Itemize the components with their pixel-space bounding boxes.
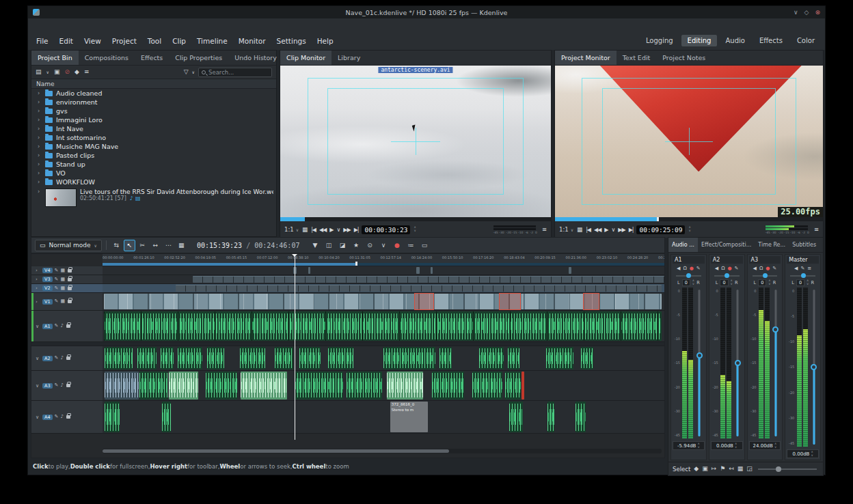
subtitles-button[interactable]: ▭: [418, 240, 430, 251]
save-icon[interactable]: ▣: [702, 466, 708, 472]
lock-icon[interactable]: [66, 415, 70, 419]
volume-slider[interactable]: [771, 288, 780, 438]
timeline-clip[interactable]: [509, 402, 523, 432]
tab-library[interactable]: Library: [331, 51, 366, 65]
timeline-clip[interactable]: [137, 347, 157, 369]
composite-icon[interactable]: ▦: [60, 299, 65, 304]
balance-value[interactable]: 0: [682, 279, 690, 286]
close-button[interactable]: ⊗: [815, 9, 820, 16]
track-header-v4[interactable]: ›V4✎▦: [31, 266, 103, 275]
track-header-a1[interactable]: ∨A1✎♪: [31, 311, 103, 342]
expand-icon[interactable]: ›: [38, 108, 42, 114]
track-effects-icon[interactable]: ✎: [55, 415, 59, 419]
timeline-clip[interactable]: [104, 294, 661, 309]
timeline-clip[interactable]: [105, 402, 119, 432]
timeline-clip[interactable]: [295, 372, 343, 400]
timeline-clip[interactable]: [505, 372, 521, 400]
workspace-editing[interactable]: Editing: [681, 35, 718, 46]
volume-slider-handle[interactable]: [811, 364, 817, 370]
filter-arrow-icon[interactable]: ∨: [192, 70, 195, 74]
pan-knob[interactable]: [676, 272, 701, 279]
timeline-clip[interactable]: [105, 372, 138, 400]
tab-project-notes[interactable]: Project Notes: [656, 51, 712, 65]
lock-icon[interactable]: [68, 287, 72, 290]
volume-slider[interactable]: [809, 288, 818, 447]
bin-folder-gvs[interactable]: ›gvs: [31, 107, 276, 115]
timeline-clip[interactable]: [387, 372, 423, 400]
record-arm-icon[interactable]: ●: [766, 266, 770, 271]
select-tool[interactable]: ↖: [124, 240, 135, 251]
zone-in-icon[interactable]: ↦: [712, 466, 717, 472]
menu-view[interactable]: View: [79, 36, 107, 46]
bin-folder-int-nave[interactable]: ›Int Nave: [31, 124, 276, 133]
expand-icon[interactable]: ›: [38, 152, 42, 158]
track-effects-icon[interactable]: ✎: [55, 277, 59, 282]
timeline-clip[interactable]: [206, 372, 237, 400]
timeline-clip[interactable]: [547, 402, 554, 432]
track-header-v1[interactable]: ›V1✎▦: [31, 293, 103, 311]
forward-button[interactable]: ▶▶: [343, 227, 350, 233]
track-lane-a4[interactable]: 372_8616_0Stereo to m: [103, 401, 664, 434]
timeline-clip[interactable]: [416, 267, 420, 274]
record-arm-icon[interactable]: ●: [690, 266, 694, 271]
timeline-clip[interactable]: [472, 372, 502, 400]
track-lane-v2[interactable]: [103, 284, 664, 293]
filter-icon[interactable]: ▽: [184, 69, 189, 75]
timeline-clip[interactable]: [176, 285, 662, 292]
track-header-v3[interactable]: ›V3✎▦: [31, 275, 103, 284]
track-header-a2[interactable]: ∨A2✎♪: [31, 346, 103, 371]
tab-project-monitor[interactable]: Project Monitor: [555, 51, 617, 65]
bin-folder-pasted-clips[interactable]: ›Pasted clips: [31, 151, 276, 160]
channel-effects-icon[interactable]: ✎: [696, 266, 701, 271]
timeline-clip[interactable]: [275, 347, 294, 369]
track-effects-icon[interactable]: ✎: [55, 383, 59, 388]
workspace-color[interactable]: Color: [791, 35, 821, 46]
menu-edit[interactable]: Edit: [54, 36, 79, 46]
pan-knob[interactable]: [790, 272, 815, 279]
volume-slider-handle[interactable]: [696, 352, 703, 359]
menu-project[interactable]: Project: [107, 36, 142, 46]
view-mode-icon[interactable]: ▤: [36, 69, 42, 75]
volume-slider[interactable]: [695, 288, 704, 438]
track-effects-icon[interactable]: ✎: [55, 356, 59, 361]
expand-icon[interactable]: ›: [38, 143, 42, 150]
composite-icon[interactable]: ▦: [60, 277, 65, 282]
timeline-clip[interactable]: [328, 347, 353, 369]
spinner-arrows[interactable]: ∧∨: [697, 443, 699, 449]
create-folder-icon[interactable]: ▣: [54, 69, 60, 75]
expand-icon[interactable]: ›: [38, 90, 42, 96]
tab-undo-history[interactable]: Undo History: [228, 51, 283, 65]
play-button[interactable]: ▶: [329, 227, 333, 233]
spinner-arrows[interactable]: ∧∨: [731, 279, 733, 286]
spinner-arrows[interactable]: ∧∨: [807, 279, 809, 286]
composite-icon[interactable]: ▦: [60, 268, 65, 273]
preview-menu-arrow[interactable]: ∨: [377, 240, 389, 251]
tab-audio[interactable]: Audio ...: [668, 238, 698, 252]
selected-clip[interactable]: [414, 293, 434, 310]
channel-effects-icon[interactable]: ✎: [772, 266, 776, 271]
selected-clip[interactable]: [499, 293, 522, 310]
search-input[interactable]: Search...: [198, 68, 272, 77]
record-button[interactable]: ●: [391, 240, 403, 251]
fit-zoom-icon[interactable]: ◲: [746, 466, 753, 472]
zoom-slider-handle[interactable]: [776, 466, 781, 472]
bin-folder-stand-up[interactable]: ›Stand up: [31, 160, 276, 169]
play-menu-arrow[interactable]: ∨: [336, 227, 340, 233]
bin-menu-icon[interactable]: ≡: [84, 69, 90, 75]
tab-project-bin[interactable]: Project Bin: [31, 51, 79, 65]
track-lane-a2[interactable]: [103, 346, 664, 371]
timeline-clip[interactable]: [508, 347, 519, 369]
tab-effects[interactable]: Effects: [135, 51, 169, 65]
tab-time-re[interactable]: Time Re...: [755, 238, 789, 252]
expand-icon[interactable]: ›: [38, 179, 42, 185]
monitor-timecode[interactable]: 00:00:30:23: [362, 225, 410, 234]
workspace-audio[interactable]: Audio: [719, 35, 750, 46]
lock-icon[interactable]: [66, 356, 70, 360]
timeline-clip[interactable]: [432, 372, 465, 400]
track-lane-a1[interactable]: [103, 311, 664, 342]
flag-icon[interactable]: ⚑: [720, 466, 725, 472]
expand-icon[interactable]: ›: [36, 299, 40, 305]
menu-monitor[interactable]: Monitor: [233, 36, 271, 46]
mute-icon[interactable]: ◀: [794, 266, 798, 271]
track-lane-v1[interactable]: [103, 293, 664, 311]
